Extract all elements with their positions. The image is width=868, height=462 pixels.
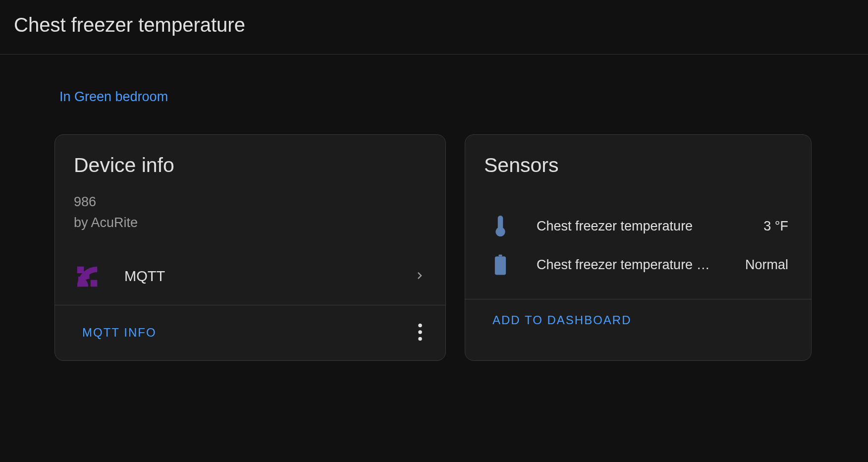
location-link[interactable]: In Green bedroom bbox=[54, 55, 814, 134]
svg-rect-1 bbox=[77, 266, 84, 273]
device-info-title: Device info bbox=[55, 135, 445, 192]
device-info-footer: MQTT INFO bbox=[55, 305, 445, 360]
chevron-right-icon bbox=[413, 269, 427, 285]
content-area: In Green bedroom Device info 986 by AcuR… bbox=[0, 55, 868, 361]
integration-name: MQTT bbox=[124, 268, 413, 285]
sensors-card: Sensors Chest freezer temperature 3 °F bbox=[465, 134, 812, 361]
device-manufacturer: by AcuRite bbox=[74, 213, 427, 233]
svg-point-4 bbox=[418, 330, 422, 334]
svg-point-3 bbox=[418, 323, 422, 327]
sensor-value: Normal bbox=[745, 257, 788, 273]
svg-rect-6 bbox=[498, 255, 502, 257]
sensors-footer: ADD TO DASHBOARD bbox=[465, 299, 811, 341]
more-options-button[interactable] bbox=[410, 319, 431, 346]
sensor-name: Chest freezer temperature … bbox=[537, 257, 745, 273]
device-info-card: Device info 986 by AcuRite bbox=[54, 134, 446, 361]
dots-vertical-icon bbox=[418, 335, 423, 343]
sensor-row-battery[interactable]: Chest freezer temperature … Normal bbox=[484, 245, 792, 284]
sensor-value: 3 °F bbox=[763, 219, 788, 234]
integration-row[interactable]: MQTT bbox=[55, 248, 445, 305]
svg-point-5 bbox=[418, 337, 422, 341]
cards-row: Device info 986 by AcuRite bbox=[54, 134, 814, 361]
svg-rect-7 bbox=[495, 256, 506, 275]
add-to-dashboard-button[interactable]: ADD TO DASHBOARD bbox=[492, 313, 632, 327]
sensor-name: Chest freezer temperature bbox=[537, 219, 763, 234]
thermometer-icon bbox=[488, 216, 513, 236]
battery-icon bbox=[488, 254, 513, 275]
mqtt-info-button[interactable]: MQTT INFO bbox=[82, 326, 157, 340]
sensor-row-temperature[interactable]: Chest freezer temperature 3 °F bbox=[484, 207, 792, 245]
device-meta: 986 by AcuRite bbox=[55, 192, 445, 248]
mqtt-icon bbox=[74, 263, 101, 290]
svg-rect-2 bbox=[91, 280, 98, 287]
sensor-list: Chest freezer temperature 3 °F Chest fre… bbox=[465, 192, 811, 299]
page-header: Chest freezer temperature bbox=[0, 0, 868, 55]
device-model: 986 bbox=[74, 192, 427, 213]
page-title: Chest freezer temperature bbox=[14, 14, 854, 36]
sensors-title: Sensors bbox=[465, 135, 811, 192]
